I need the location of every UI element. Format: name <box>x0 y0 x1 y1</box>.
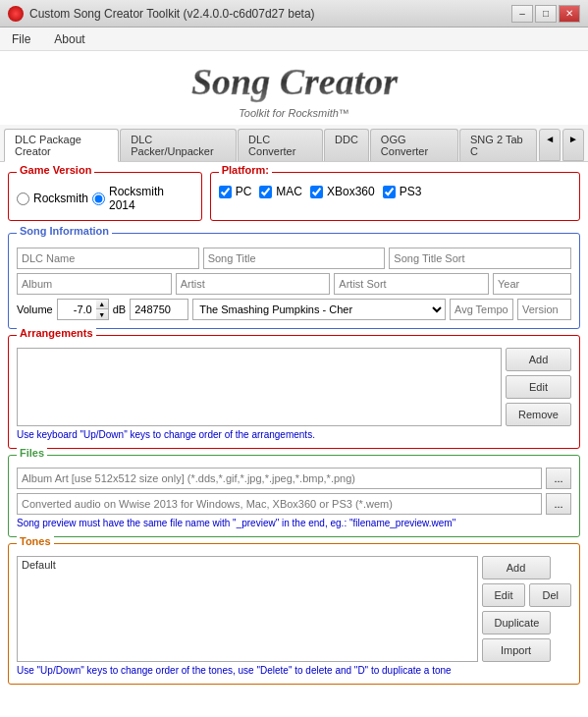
version-input[interactable] <box>517 299 571 320</box>
arrangements-buttons: Add Edit Remove <box>506 348 571 426</box>
avg-tempo-input[interactable]: 248750 <box>130 299 188 320</box>
song-info-label: Song Information <box>17 225 112 237</box>
album-input[interactable] <box>17 273 172 295</box>
menu-file[interactable]: File <box>4 30 38 48</box>
tabs-bar: DLC Package Creator DLC Packer/Unpacker … <box>0 125 588 162</box>
tab-ogg-converter[interactable]: OGG Converter <box>370 129 458 161</box>
artist-sort-input[interactable] <box>334 273 489 295</box>
tab-dlc-packer[interactable]: DLC Packer/Unpacker <box>120 129 237 161</box>
year-input[interactable] <box>493 273 571 295</box>
platform-label: Platform: <box>219 164 272 176</box>
album-art-browse-button[interactable]: ... <box>546 468 571 489</box>
volume-up[interactable]: ▲ <box>96 300 108 309</box>
tab-dlc-package-creator[interactable]: DLC Package Creator <box>4 129 119 162</box>
song-title-sort-input[interactable] <box>389 248 571 269</box>
checkbox-pc-input[interactable] <box>219 186 232 198</box>
album-art-row: ... <box>17 468 571 489</box>
tones-del-button[interactable]: Del <box>529 583 571 607</box>
audio-input[interactable] <box>17 493 542 515</box>
volume-value[interactable]: -7.0 <box>57 299 96 320</box>
checkbox-mac-input[interactable] <box>259 186 272 198</box>
title-bar: Custom Song Creator Toolkit (v2.4.0.0-c6… <box>0 0 588 28</box>
arrangements-remove-button[interactable]: Remove <box>506 403 571 426</box>
song-title-input[interactable] <box>203 248 386 269</box>
volume-unit: dB <box>113 303 126 315</box>
checkbox-xbox-label: XBox360 <box>327 185 375 198</box>
volume-label: Volume <box>17 303 53 315</box>
arrangements-edit-button[interactable]: Edit <box>506 375 571 399</box>
tones-default-item: Default <box>22 559 56 571</box>
menu-bar: File About <box>0 28 588 51</box>
app-icon <box>8 6 24 22</box>
checkbox-ps3-input[interactable] <box>383 186 396 198</box>
song-info-group: Song Information Volume -7.0 ▲ ▼ dB 2487… <box>8 233 580 329</box>
album-art-input[interactable] <box>17 468 542 489</box>
tones-add-button[interactable]: Add <box>482 556 551 579</box>
radio-rocksmith2014: Rocksmith 2014 <box>92 185 193 212</box>
tones-label: Tones <box>17 535 54 547</box>
tones-group: Tones Default Add Edit Del Duplicate Imp… <box>8 543 580 685</box>
tab-scroll-left[interactable]: ◄ <box>539 129 561 161</box>
maximize-button[interactable]: □ <box>535 5 557 23</box>
tones-buttons: Add Edit Del Duplicate Import <box>482 556 571 662</box>
logo-svg: Song Creator <box>118 57 471 106</box>
volume-arrows: ▲ ▼ <box>96 299 109 320</box>
tones-import-button[interactable]: Import <box>482 638 551 662</box>
close-button[interactable]: ✕ <box>559 5 580 23</box>
audio-row: ... <box>17 493 571 515</box>
avg-tempo-label-input[interactable] <box>450 299 513 320</box>
checkbox-xbox-input[interactable] <box>310 186 323 198</box>
title-bar-controls: – □ ✕ <box>511 5 580 23</box>
tones-list: Default <box>17 556 478 662</box>
radio-rs1-label: Rocksmith <box>33 192 88 205</box>
arrangements-hint: Use keyboard "Up/Down" keys to change or… <box>17 429 571 440</box>
files-label: Files <box>17 447 47 459</box>
tones-edit-del-row: Edit Del <box>482 583 571 607</box>
radio-rs2014-input[interactable] <box>92 193 105 205</box>
arrangements-list <box>17 348 502 426</box>
tones-edit-button[interactable]: Edit <box>482 583 526 607</box>
main-content: Game Version Rocksmith Rocksmith 2014 Pl… <box>0 162 588 717</box>
minimize-button[interactable]: – <box>511 5 533 23</box>
audio-browse-button[interactable]: ... <box>546 493 571 515</box>
volume-spinner: -7.0 ▲ ▼ <box>57 299 109 320</box>
checkbox-mac: MAC <box>259 185 302 198</box>
checkbox-pc-label: PC <box>236 185 252 198</box>
radio-rocksmith: Rocksmith <box>17 192 88 205</box>
svg-text:Song Creator: Song Creator <box>190 61 398 102</box>
radio-rs2014-label: Rocksmith 2014 <box>109 185 193 212</box>
dlc-name-input[interactable] <box>17 248 199 269</box>
artist-dropdown[interactable]: The Smashing Pumpkins - Cher <box>192 299 446 320</box>
checkbox-mac-label: MAC <box>276 185 302 198</box>
checkbox-xbox: XBox360 <box>310 185 375 198</box>
arrangements-add-button[interactable]: Add <box>506 348 571 371</box>
logo-area: Song Creator Toolkit for Rocksmith™ <box>0 51 588 125</box>
game-version-label: Game Version <box>17 164 94 176</box>
tab-ddc[interactable]: DDC <box>324 129 369 161</box>
title-bar-left: Custom Song Creator Toolkit (v2.4.0.0-c6… <box>8 6 315 22</box>
arrangements-group: Arrangements Add Edit Remove Use keyboar… <box>8 335 580 449</box>
files-hint: Song preview must have the same file nam… <box>17 518 571 528</box>
artist-input[interactable] <box>176 273 331 295</box>
checkbox-ps3-label: PS3 <box>400 185 422 198</box>
tab-sng2tab[interactable]: SNG 2 Tab C <box>459 129 537 161</box>
files-group: Files ... ... Song preview must have the… <box>8 455 580 537</box>
volume-down[interactable]: ▼ <box>96 309 108 319</box>
checkbox-ps3: PS3 <box>383 185 422 198</box>
menu-about[interactable]: About <box>46 30 92 48</box>
title-bar-text: Custom Song Creator Toolkit (v2.4.0.0-c6… <box>29 7 315 21</box>
tones-duplicate-button[interactable]: Duplicate <box>482 611 551 634</box>
tones-hint: Use "Up/Down" keys to change order of th… <box>17 665 571 676</box>
platform-group: Platform: PC MAC XBox360 PS3 <box>210 172 580 221</box>
checkbox-pc: PC <box>219 185 252 198</box>
arrangements-label: Arrangements <box>17 327 96 339</box>
radio-rs1-input[interactable] <box>17 193 29 205</box>
tab-scroll-right[interactable]: ► <box>562 129 584 161</box>
game-version-group: Game Version Rocksmith Rocksmith 2014 <box>8 172 202 221</box>
tab-dlc-converter[interactable]: DLC Converter <box>238 129 323 161</box>
